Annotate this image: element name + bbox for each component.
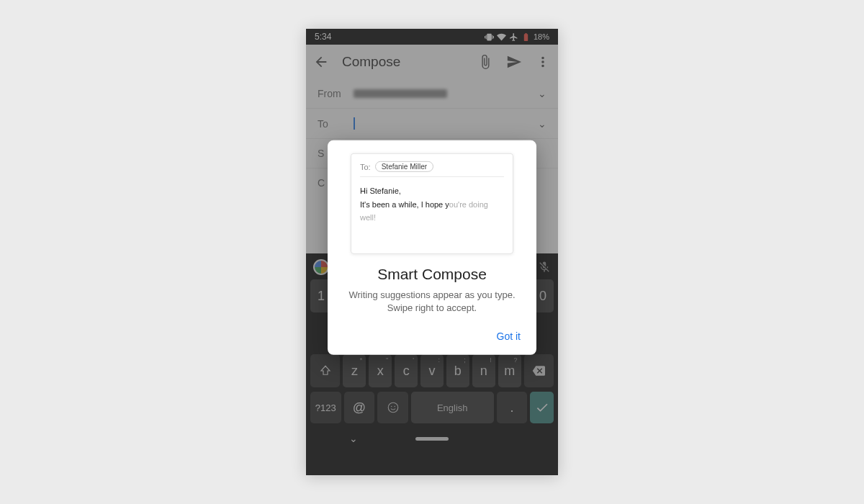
- preview-to-row: To: Stefanie Miller: [360, 161, 504, 177]
- phone-frame: 5:34 18% Compose From: [306, 29, 558, 475]
- preview-to-label: To:: [360, 162, 371, 171]
- preview-body: Hi Stefanie, It's been a while, I hope y…: [360, 184, 504, 225]
- dialog-body: Writing suggestions appear as you type. …: [341, 289, 523, 315]
- preview-typed-text: It's been a while, I hope y: [360, 200, 449, 209]
- dialog-preview-card: To: Stefanie Miller Hi Stefanie, It's be…: [351, 153, 513, 254]
- smart-compose-dialog: To: Stefanie Miller Hi Stefanie, It's be…: [328, 140, 536, 355]
- preview-recipient-chip: Stefanie Miller: [375, 161, 433, 172]
- preview-line1: Hi Stefanie,: [360, 184, 504, 198]
- preview-line2: It's been a while, I hope you're doing w…: [360, 198, 504, 225]
- dialog-actions: Got it: [341, 326, 523, 346]
- dialog-title: Smart Compose: [341, 266, 523, 283]
- got-it-button[interactable]: Got it: [494, 326, 523, 346]
